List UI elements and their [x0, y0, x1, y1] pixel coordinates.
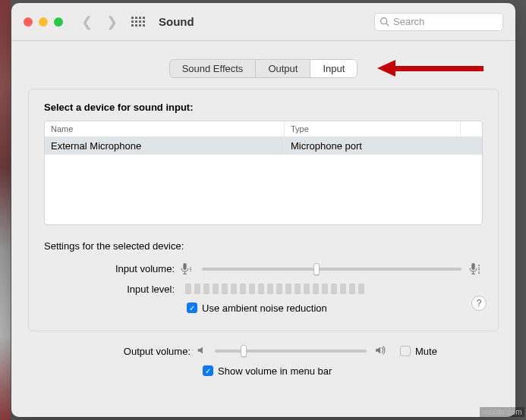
sound-prefs-window: ❮ ❯ Sound Search Sound Effects Output In…	[11, 3, 515, 417]
output-volume-slider[interactable]	[215, 349, 367, 353]
input-volume-slider[interactable]	[202, 268, 461, 271]
input-level-meter	[185, 284, 364, 294]
help-button[interactable]: ?	[471, 296, 487, 311]
output-volume-label: Output volume:	[60, 346, 197, 357]
titlebar: ❮ ❯ Sound Search	[11, 3, 515, 41]
nav-buttons: ❮ ❯	[81, 14, 118, 30]
col-type[interactable]: Type	[285, 121, 461, 136]
ambient-label: Use ambient noise reduction	[202, 302, 327, 314]
speaker-low-icon	[197, 345, 207, 358]
back-button[interactable]: ❮	[81, 14, 93, 30]
mute-checkbox[interactable]	[400, 346, 411, 356]
speaker-high-icon	[374, 345, 388, 358]
output-section: Output volume: Mute ✓ Show volume in men…	[28, 331, 499, 377]
cell-name: External Microphone	[45, 137, 285, 155]
table-header: Name Type	[45, 121, 482, 137]
tab-bar: Sound Effects Output Input	[169, 59, 358, 78]
zoom-icon[interactable]	[54, 17, 63, 27]
page-title: Sound	[159, 15, 194, 28]
menubar-row: ✓ Show volume in menu bar	[60, 365, 467, 377]
forward-button: ❯	[106, 14, 118, 30]
input-panel: Select a device for sound input: Name Ty…	[28, 89, 499, 331]
show-all-icon[interactable]	[131, 17, 145, 27]
mic-low-icon	[181, 262, 194, 276]
minimize-icon[interactable]	[39, 17, 48, 27]
tab-output[interactable]: Output	[256, 60, 310, 77]
col-name[interactable]: Name	[45, 121, 285, 136]
svg-line-1	[386, 24, 389, 26]
col-spacer	[461, 121, 482, 136]
slider-thumb[interactable]	[241, 345, 247, 357]
menubar-checkbox[interactable]: ✓	[203, 365, 213, 376]
input-volume-row: Input volume:	[44, 262, 483, 276]
slider-thumb[interactable]	[313, 263, 320, 275]
svg-rect-3	[471, 263, 474, 270]
mute-label: Mute	[415, 346, 437, 357]
device-settings-heading: Settings for the selected device:	[44, 240, 483, 252]
input-level-row: Input level:	[44, 284, 483, 295]
menubar-label: Show volume in menu bar	[218, 365, 332, 377]
cell-type: Microphone port	[285, 137, 482, 155]
ambient-checkbox[interactable]: ✓	[187, 302, 197, 313]
svg-point-0	[381, 18, 387, 24]
device-select-heading: Select a device for sound input:	[44, 102, 483, 113]
table-row[interactable]: External Microphone Microphone port	[45, 137, 482, 155]
ambient-row: ✓ Use ambient noise reduction	[44, 302, 483, 314]
svg-rect-2	[183, 263, 186, 270]
close-icon[interactable]	[24, 17, 33, 27]
input-device-table[interactable]: Name Type External Microphone Microphone…	[44, 121, 483, 225]
window-controls	[24, 17, 63, 27]
watermark: wsxdn.com	[480, 407, 524, 417]
input-volume-label: Input volume:	[44, 263, 181, 274]
annotation-arrow	[377, 61, 483, 75]
search-input[interactable]: Search	[374, 13, 503, 31]
mic-high-icon	[469, 262, 483, 276]
tab-input[interactable]: Input	[310, 60, 357, 77]
input-level-label: Input level:	[44, 284, 181, 295]
tab-sound-effects[interactable]: Sound Effects	[170, 60, 257, 77]
desktop-background	[0, 0, 11, 420]
search-placeholder: Search	[393, 16, 424, 27]
search-icon	[380, 17, 389, 27]
